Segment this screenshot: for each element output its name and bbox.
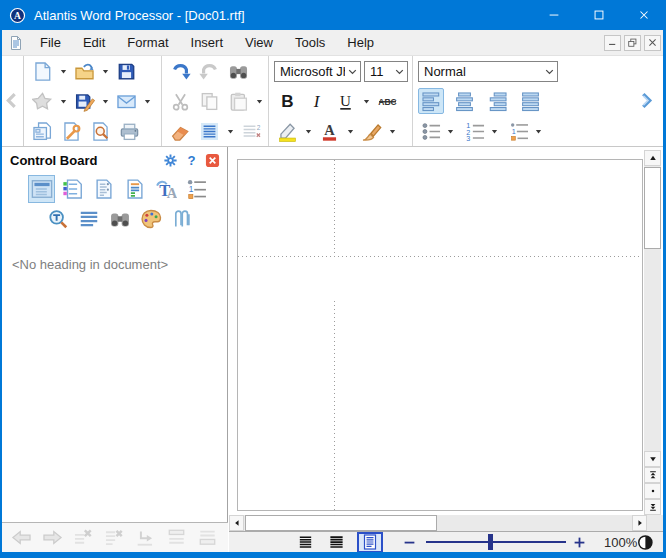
save-as-dropdown-arrow-icon[interactable] — [100, 88, 110, 114]
align-right-button[interactable] — [484, 88, 510, 114]
menu-item-help[interactable]: Help — [336, 31, 385, 54]
cb-outline-tab-button[interactable]: 1 — [183, 175, 210, 203]
new-document-button[interactable] — [29, 58, 55, 84]
svg-text:A: A — [166, 185, 176, 200]
find-binoculars-button[interactable] — [225, 58, 251, 84]
window-maximize-icon — [592, 8, 606, 22]
template-document-button[interactable] — [29, 118, 55, 144]
horizontal-scrollbar-thumb[interactable] — [245, 515, 437, 531]
cb-palette-tab-button[interactable] — [137, 205, 164, 233]
align-center-button[interactable] — [451, 88, 477, 114]
bullet-list-button[interactable] — [418, 118, 444, 144]
numbered-list-button[interactable]: 123 — [462, 118, 488, 144]
strikethrough-button[interactable]: ABC — [374, 88, 400, 114]
print-layout-view-button[interactable] — [357, 532, 383, 553]
scroll-right-button[interactable] — [632, 515, 647, 531]
save-as-button[interactable] — [71, 88, 97, 114]
cb-fonts-tab-button[interactable]: TA — [152, 175, 179, 203]
minimize-button[interactable] — [531, 0, 576, 30]
template-document-icon — [32, 121, 53, 142]
doc-close-button[interactable] — [644, 35, 661, 51]
menu-item-file[interactable]: File — [29, 31, 72, 54]
font-color-button[interactable]: A — [316, 118, 342, 144]
scroll-up-button[interactable] — [644, 150, 661, 166]
zoom-in-button[interactable] — [571, 534, 587, 550]
doc-restore-button[interactable] — [624, 35, 641, 51]
control-board-settings-button[interactable] — [163, 153, 178, 168]
undo-button[interactable] — [167, 58, 193, 84]
highlight-pen-dropdown-arrow-icon[interactable] — [303, 118, 313, 144]
paragraph-lines-dropdown-arrow-icon[interactable] — [225, 118, 235, 144]
multilevel-list-button[interactable]: 1 — [506, 118, 532, 144]
numbered-list-dropdown-arrow-icon[interactable] — [489, 118, 499, 144]
align-justify-button[interactable] — [517, 88, 543, 114]
open-folder-button[interactable] — [71, 58, 97, 84]
eraser-button[interactable] — [167, 118, 193, 144]
format-painter-button[interactable] — [358, 118, 384, 144]
zoom-slider-track[interactable] — [426, 541, 566, 543]
next-page-button[interactable] — [644, 499, 661, 515]
vertical-scrollbar-thumb[interactable] — [644, 167, 661, 249]
menu-item-insert[interactable]: Insert — [180, 31, 235, 54]
new-document-dropdown-arrow-icon[interactable] — [58, 58, 68, 84]
zoom-slider-thumb[interactable] — [488, 534, 493, 550]
draft-view-button[interactable] — [295, 534, 315, 551]
document-system-menu-icon[interactable] — [8, 35, 24, 51]
font-size-combo[interactable]: 11 — [364, 61, 408, 82]
bullet-list-icon — [421, 121, 442, 142]
scroll-down-button[interactable] — [644, 451, 661, 467]
cb-headings-tab-button[interactable] — [59, 175, 86, 203]
display-contrast-toggle-button[interactable] — [637, 534, 654, 551]
close-button[interactable] — [621, 0, 666, 30]
previous-page-button[interactable] — [644, 467, 661, 483]
menu-item-tools[interactable]: Tools — [284, 31, 336, 54]
scroll-right-arrow-icon — [635, 518, 645, 528]
save-button[interactable] — [113, 58, 139, 84]
style-combo[interactable]: Normal — [418, 61, 558, 82]
control-board-help-button[interactable]: ? — [184, 153, 199, 168]
email-envelope-dropdown-arrow-icon[interactable] — [142, 88, 152, 114]
italic-button[interactable]: I — [303, 88, 329, 114]
maximize-button[interactable] — [576, 0, 621, 30]
menu-item-view[interactable]: View — [234, 31, 284, 54]
horizontal-scrollbar[interactable] — [229, 515, 663, 531]
svg-text:B: B — [281, 92, 293, 111]
toolbar-overflow-left-chevron-icon[interactable] — [3, 87, 20, 114]
cb-binoculars-tab-button[interactable] — [106, 205, 133, 233]
bullet-list-dropdown-arrow-icon[interactable] — [445, 118, 455, 144]
print-preview-button[interactable] — [87, 118, 113, 144]
cb-paragraphs-tab-button[interactable] — [75, 205, 102, 233]
cb-bookmarks-tab-button[interactable] — [90, 175, 117, 203]
page-setup-wrench-button[interactable] — [58, 118, 84, 144]
toolbar-overflow-right-chevron-icon[interactable] — [638, 87, 655, 114]
menu-item-edit[interactable]: Edit — [72, 31, 116, 54]
underline-dropdown-arrow-icon[interactable] — [361, 88, 371, 114]
align-left-button[interactable] — [418, 88, 444, 114]
cb-magnifier-tab-button[interactable] — [44, 205, 71, 233]
multilevel-list-dropdown-arrow-icon[interactable] — [533, 118, 543, 144]
select-browse-object-button[interactable] — [644, 483, 661, 499]
cb-structure-tab-button[interactable] — [121, 175, 148, 203]
control-board-close-button[interactable] — [205, 153, 220, 168]
format-painter-dropdown-arrow-icon[interactable] — [387, 118, 397, 144]
email-envelope-button[interactable] — [113, 88, 139, 114]
open-folder-dropdown-arrow-icon[interactable] — [100, 58, 110, 84]
bold-button[interactable]: B — [274, 88, 300, 114]
font-family-combo[interactable]: Microsoft Jh — [274, 61, 361, 82]
doc-minimize-button[interactable] — [604, 35, 621, 51]
zoom-out-button[interactable] — [402, 534, 418, 550]
zoom-in-plus-icon — [573, 536, 586, 549]
paragraph-lines-button[interactable] — [196, 118, 222, 144]
underline-button[interactable]: U — [332, 88, 358, 114]
document-page[interactable] — [237, 159, 643, 511]
cb-overview-tab-button[interactable] — [28, 175, 55, 203]
menu-item-format[interactable]: Format — [116, 31, 179, 54]
zoom-slider[interactable] — [426, 534, 564, 550]
scroll-left-button[interactable] — [229, 515, 244, 531]
highlight-pen-button[interactable] — [274, 118, 300, 144]
vertical-scrollbar[interactable] — [644, 150, 661, 515]
online-view-button[interactable] — [326, 534, 346, 551]
font-color-dropdown-arrow-icon[interactable] — [345, 118, 355, 144]
printer-button[interactable] — [116, 118, 142, 144]
cb-clips-tab-button[interactable] — [168, 205, 195, 233]
